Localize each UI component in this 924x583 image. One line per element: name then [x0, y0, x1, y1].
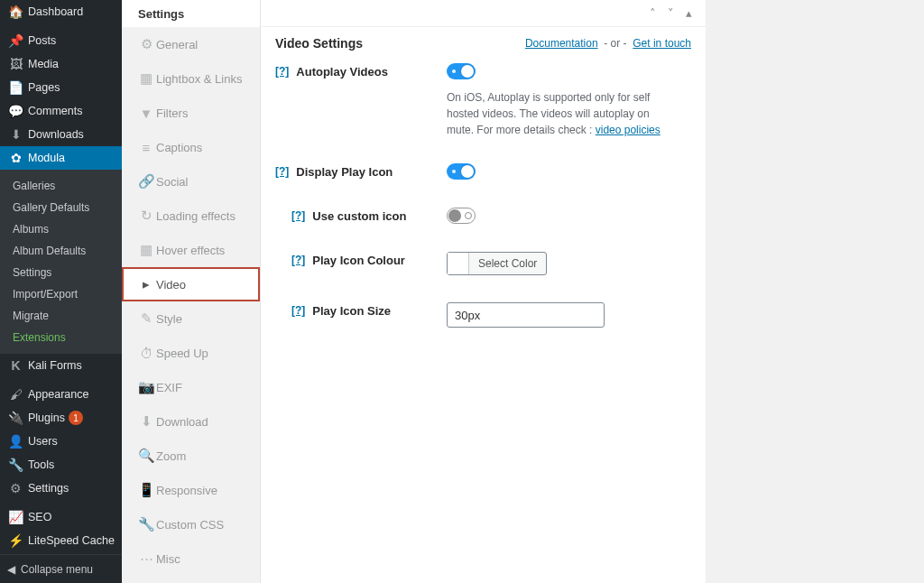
menu-label: Users: [28, 435, 58, 448]
submenu-settings[interactable]: Settings: [0, 262, 122, 283]
menu-label: Comments: [28, 105, 82, 117]
menu-item-modula[interactable]: ✿ Modula: [0, 146, 122, 170]
dashboard-icon: 🏠: [7, 5, 24, 19]
tab-social[interactable]: 🔗 Social: [122, 164, 260, 199]
tab-download[interactable]: ⬇ Download: [122, 404, 260, 439]
help-icon[interactable]: [?]: [291, 304, 305, 317]
tab-custom-css[interactable]: 🔧 Custom CSS: [122, 507, 260, 541]
admin-menu: 🏠 Dashboard 📌 Posts 🖼 Media 📄 Pages 💬 Co…: [0, 0, 122, 552]
submenu-albums[interactable]: Albums: [0, 218, 122, 240]
panel-header: ˄ ˅ ▴: [261, 0, 706, 27]
menu-label: Dashboard: [28, 5, 83, 18]
help-icon[interactable]: [?]: [275, 165, 289, 178]
tab-filters[interactable]: ▼ Filters: [122, 96, 260, 130]
setting-autoplay-videos: [?] Autoplay Videos On iOS, Autoplay is …: [261, 63, 706, 163]
menu-item-seo[interactable]: 📈 SEO: [0, 505, 122, 529]
menu-item-users[interactable]: 👤 Users: [0, 430, 122, 453]
tab-label: Filters: [156, 106, 188, 120]
tab-general[interactable]: ⚙ General: [122, 27, 260, 61]
panel-collapse-button[interactable]: ▴: [680, 5, 697, 22]
setting-play-icon-colour: [?] Play Icon Colour Select Color: [261, 252, 706, 302]
submenu-import-export[interactable]: Import/Export: [0, 283, 122, 305]
menu-item-dashboard[interactable]: 🏠 Dashboard: [0, 0, 122, 23]
video-policies-link[interactable]: video policies: [596, 124, 661, 136]
menu-item-tools[interactable]: 🔧 Tools: [0, 453, 122, 477]
litespeed-icon: ⚡: [7, 533, 24, 548]
phone-icon: 📱: [136, 482, 156, 498]
media-icon: 🖼: [7, 57, 24, 71]
menu-item-settings[interactable]: ⚙ Settings: [0, 477, 122, 500]
menu-item-pages[interactable]: 📄 Pages: [0, 76, 122, 99]
tab-label: Download: [156, 415, 208, 429]
tab-captions[interactable]: ≡ Captions: [122, 130, 260, 164]
menu-label: SEO: [28, 511, 51, 523]
tab-zoom[interactable]: 🔍 Zoom: [122, 439, 260, 473]
setting-label: Autoplay Videos: [296, 65, 388, 79]
menu-item-downloads[interactable]: ⬇ Downloads: [0, 123, 122, 146]
kaliforms-icon: K: [7, 358, 24, 373]
settings-panel-title: Settings: [122, 0, 260, 27]
custom-icon-toggle[interactable]: [447, 208, 476, 224]
camera-icon: 📷: [136, 379, 156, 395]
tab-exif[interactable]: 📷 EXIF: [122, 370, 260, 404]
tab-responsive[interactable]: 📱 Responsive: [122, 473, 260, 507]
setting-use-custom-icon: [?] Use custom icon: [261, 208, 706, 252]
menu-label: Posts: [28, 34, 56, 47]
menu-item-media[interactable]: 🖼 Media: [0, 52, 122, 76]
menu-label: LiteSpeed Cache: [28, 534, 115, 547]
menu-item-comments[interactable]: 💬 Comments: [0, 99, 122, 123]
settings-tabs: Settings ⚙ General ▦ Lightbox & Links ▼ …: [122, 0, 261, 583]
submenu-migrate[interactable]: Migrate: [0, 305, 122, 327]
collapse-label: Collapse menu: [21, 563, 93, 576]
setting-label: Use custom icon: [312, 209, 406, 223]
tab-label: Lightbox & Links: [156, 72, 242, 86]
select-color-button[interactable]: Select Color: [447, 252, 547, 275]
main-panel: ˄ ˅ ▴ Video Settings Documentation - or …: [261, 0, 706, 583]
tab-label: Misc: [156, 552, 180, 566]
tab-label: Custom CSS: [156, 518, 224, 532]
misc-icon: ⋯: [136, 551, 156, 567]
plugins-update-badge: 1: [69, 411, 83, 425]
tab-label: Speed Up: [156, 347, 208, 360]
panel-up-button[interactable]: ˄: [644, 5, 661, 22]
tab-style[interactable]: ✎ Style: [122, 301, 260, 336]
submenu-album-defaults[interactable]: Album Defaults: [0, 240, 122, 262]
help-icon[interactable]: [?]: [275, 65, 289, 78]
help-icon[interactable]: [?]: [291, 209, 305, 222]
menu-item-posts[interactable]: 📌 Posts: [0, 29, 122, 52]
speed-icon: ⏱: [136, 346, 156, 361]
menu-item-plugins[interactable]: 🔌 Plugins 1: [0, 406, 122, 430]
collapse-menu-button[interactable]: ◀ Collapse menu: [0, 554, 122, 583]
display-play-icon-toggle[interactable]: [447, 163, 476, 180]
documentation-link[interactable]: Documentation: [525, 37, 598, 50]
submenu-galleries[interactable]: Galleries: [0, 175, 122, 197]
menu-label: Kali Forms: [28, 359, 82, 372]
tab-speed-up[interactable]: ⏱ Speed Up: [122, 336, 260, 370]
pages-icon: 📄: [7, 80, 24, 95]
tab-lightbox[interactable]: ▦ Lightbox & Links: [122, 61, 260, 96]
tab-video[interactable]: ▸ Video: [122, 267, 260, 301]
menu-item-appearance[interactable]: 🖌 Appearance: [0, 383, 122, 406]
captions-icon: ≡: [136, 140, 156, 155]
tab-label: Style: [156, 312, 182, 326]
play-icon-size-input[interactable]: [447, 302, 605, 328]
users-icon: 👤: [7, 434, 24, 449]
collapse-icon: ◀: [7, 563, 15, 576]
get-in-touch-link[interactable]: Get in touch: [633, 37, 691, 50]
tab-loading-effects[interactable]: ↻ Loading effects: [122, 199, 260, 233]
setting-label: Display Play Icon: [296, 165, 393, 179]
color-swatch: [448, 253, 469, 274]
tab-misc[interactable]: ⋯ Misc: [122, 541, 260, 576]
menu-item-kali-forms[interactable]: K Kali Forms: [0, 354, 122, 377]
autoplay-toggle[interactable]: [447, 63, 476, 79]
submenu-extensions[interactable]: Extensions: [0, 327, 122, 348]
tab-hover-effects[interactable]: ▦ Hover effects: [122, 233, 260, 267]
setting-label: Play Icon Colour: [312, 254, 405, 267]
submenu-gallery-defaults[interactable]: Gallery Defaults: [0, 197, 122, 218]
help-icon[interactable]: [?]: [291, 254, 305, 266]
menu-label: Tools: [28, 458, 54, 471]
gear-icon: ⚙: [136, 36, 156, 52]
panel-down-button[interactable]: ˅: [662, 5, 679, 22]
appearance-icon: 🖌: [7, 387, 24, 402]
menu-item-litespeed[interactable]: ⚡ LiteSpeed Cache: [0, 529, 122, 552]
